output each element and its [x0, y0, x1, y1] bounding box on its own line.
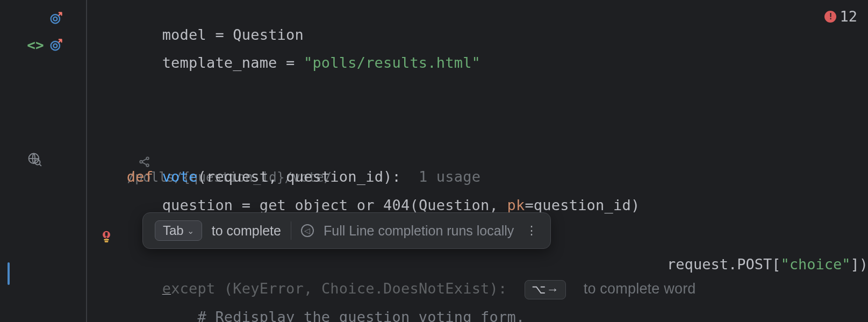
more-menu-icon[interactable]: ⋮ — [523, 224, 539, 238]
local-completion-icon: ◁ — [301, 224, 314, 237]
key-label: Tab — [163, 223, 184, 238]
shortcut-key: ⌥→ — [525, 280, 565, 299]
svg-point-0 — [51, 15, 60, 23]
svg-point-11 — [106, 237, 107, 238]
code-line: # Redisplay the question voting form. — [91, 292, 525, 322]
angle-brackets-icon[interactable]: <> — [28, 38, 43, 53]
popup-action-text: to complete — [212, 223, 281, 239]
target-arrow-icon[interactable] — [48, 11, 63, 26]
intention-bulb-icon[interactable] — [99, 228, 114, 247]
globe-search-icon[interactable] — [27, 152, 42, 167]
svg-point-3 — [53, 44, 57, 48]
svg-point-2 — [51, 41, 60, 50]
svg-point-1 — [53, 17, 57, 21]
popup-info-text: Full Line completion runs locally — [324, 223, 514, 239]
caret-line-indicator — [8, 262, 10, 285]
target-arrow-icon[interactable] — [48, 38, 63, 53]
editor-gutter: <> — [0, 0, 86, 322]
code-editor[interactable]: model = Question template_name = "polls/… — [91, 0, 868, 322]
code-line-fragment: request.POST["choice"]) — [650, 239, 868, 273]
complete-word-hint: to complete word — [584, 281, 696, 297]
completion-hint-popup: Tab ⌄ to complete ◁ Full Line completion… — [142, 212, 551, 249]
gutter-border — [86, 0, 87, 322]
code-line: template_name = "polls/results.html" — [91, 38, 480, 88]
tab-key[interactable]: Tab ⌄ — [155, 220, 202, 241]
separator — [291, 221, 291, 240]
chevron-down-icon[interactable]: ⌄ — [187, 226, 194, 236]
svg-rect-10 — [105, 232, 108, 236]
